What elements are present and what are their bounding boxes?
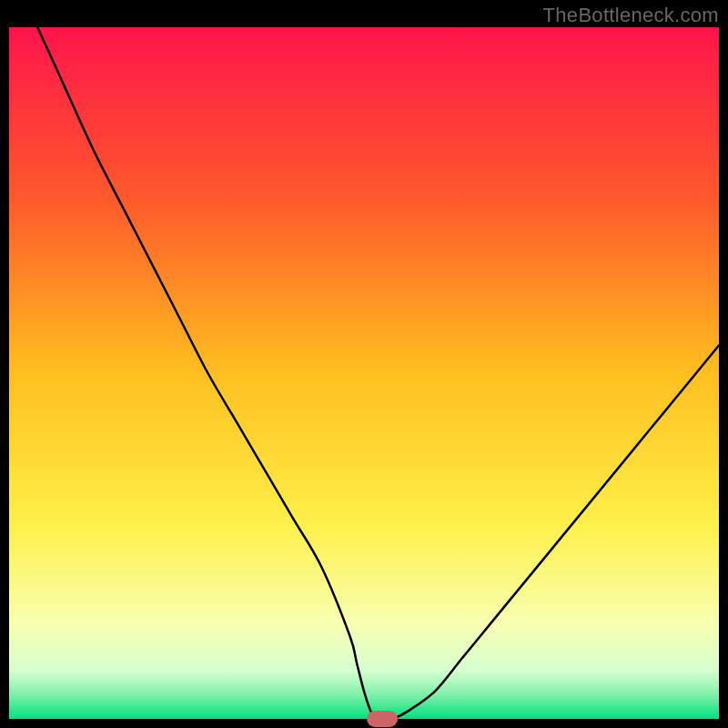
chart-background — [9, 27, 719, 719]
watermark-text: TheBottleneck.com — [543, 4, 719, 27]
stage: TheBottleneck.com — [0, 0, 728, 728]
bottleneck-chart — [9, 27, 719, 719]
optimal-marker — [367, 711, 398, 727]
chart-svg — [9, 27, 719, 719]
